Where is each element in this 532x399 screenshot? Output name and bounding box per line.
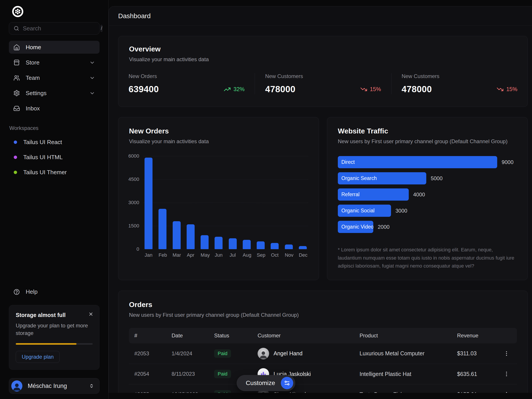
revenue-value: $155.01: [457, 391, 501, 393]
workspace-item-tailus-ui-themer[interactable]: Tailus UI Themer: [9, 166, 100, 179]
customize-button[interactable]: Customize: [237, 375, 295, 391]
y-tick-label: 1500: [128, 223, 139, 229]
orders-table-body: #20531/4/2024PaidAngel HandLuxurious Met…: [129, 343, 517, 393]
x-tick-label: Apr: [187, 252, 195, 258]
traffic-row-direct: Direct9000: [338, 156, 517, 168]
x-tick-label: Sep: [257, 252, 265, 258]
bar-jun: [215, 237, 222, 249]
workspace-dot-icon: [14, 156, 17, 159]
workspace-label: Tailus UI Themer: [23, 169, 67, 176]
row-menu-button[interactable]: [501, 348, 512, 359]
column-header-date: Date: [171, 332, 214, 339]
search-icon: [13, 25, 19, 31]
chevron-down-icon: [89, 90, 95, 96]
chevron-down-icon: [89, 75, 95, 81]
storage-progress-fill: [16, 343, 76, 345]
stat-label: New Orders: [129, 73, 245, 79]
sidebar-item-inbox[interactable]: Inbox: [9, 102, 100, 115]
traffic-bar-label: Direct: [341, 159, 355, 165]
traffic-bar-value: 5000: [431, 175, 443, 182]
y-tick-label: 6000: [128, 153, 139, 159]
column-header-customer: Customer: [258, 332, 360, 339]
column-header-product: Product: [360, 332, 457, 339]
traffic-bar: Organic Search: [338, 172, 426, 184]
order-date: 8/11/2023: [171, 371, 214, 377]
sidebar-item-home[interactable]: Home: [9, 41, 100, 54]
y-tick-label: 0: [137, 246, 139, 252]
sidebar-nav: HomeStoreTeamSettingsInbox: [9, 41, 100, 115]
orders-table-header: #DateStatusCustomerProductRevenue: [129, 328, 517, 343]
product-name: Tasty Bronze Fish: [360, 391, 457, 393]
sidebar-item-label: Home: [26, 44, 41, 51]
traffic-bar-label: Organic Social: [341, 208, 375, 214]
search-input[interactable]: [23, 25, 97, 32]
workspace-item-tailus-ui-html[interactable]: Tailus UI HTML: [9, 151, 100, 164]
bar-may: [201, 235, 209, 249]
storage-progress-bar: [16, 343, 93, 345]
revenue-value: $635.61: [457, 371, 501, 377]
gear-icon: [13, 90, 20, 96]
trend-down-icon: [360, 86, 367, 93]
stat-new-customers: New Customers47800015%: [391, 73, 528, 94]
overview-subtitle: Visualize your main activities data: [129, 56, 517, 63]
bar-jan: [145, 158, 152, 249]
order-date: 12/25/2023: [171, 391, 214, 393]
traffic-bar-value: 9000: [502, 159, 513, 165]
sidebar-item-label: Store: [26, 59, 39, 66]
workspace-label: Tailus UI HTML: [23, 154, 63, 161]
sidebar-item-team[interactable]: Team: [9, 71, 100, 84]
bar-mar: [173, 221, 181, 249]
traffic-bar: Organic Video: [338, 221, 373, 233]
gridline: [143, 249, 308, 249]
sidebar-item-settings[interactable]: Settings: [9, 87, 100, 100]
traffic-bar: Direct: [338, 156, 497, 168]
traffic-row-referral: Referral4000: [338, 188, 517, 201]
new-orders-subtitle: Visualize your main activities data: [129, 138, 308, 145]
orders-title: Orders: [129, 301, 517, 309]
page-title: Dashboard: [118, 12, 151, 20]
row-menu-button[interactable]: [501, 389, 512, 393]
sidebar-item-label: Team: [26, 75, 40, 81]
storage-alert-card: Storage almost full Upgrade your plan to…: [9, 305, 100, 370]
workspace-item-tailus-ui-react[interactable]: Tailus UI React: [9, 136, 100, 149]
status-badge: Paid: [214, 370, 231, 378]
workspaces-label: Workspaces: [9, 125, 100, 131]
table-row: #205512/25/2023PaidShem NitzscheTasty Br…: [129, 384, 517, 393]
user-avatar: [11, 380, 22, 392]
traffic-footnote: * Lorem ipsum dolor sit amet consectetur…: [338, 246, 517, 270]
search-box[interactable]: /: [9, 22, 100, 35]
x-tick-label: Oct: [271, 252, 279, 258]
order-date: 1/4/2024: [171, 350, 214, 357]
users-icon: [13, 75, 20, 81]
user-account-switcher[interactable]: Méschac Irung: [9, 378, 100, 394]
close-icon[interactable]: [88, 311, 94, 317]
x-tick-label: Jun: [215, 252, 222, 258]
sidebar: / HomeStoreTeamSettingsInbox Workspaces …: [0, 0, 109, 399]
trend-value: 15%: [370, 86, 381, 92]
website-traffic-card: Website Traffic New users by First user …: [327, 117, 528, 280]
traffic-bar-value: 4000: [413, 191, 425, 198]
more-vertical-icon: [503, 350, 510, 357]
stat-label: New Customers: [265, 73, 381, 79]
chevrons-up-down-icon: [89, 383, 95, 389]
status-badge: Paid: [214, 349, 231, 358]
help-label: Help: [26, 288, 38, 295]
bar-feb: [158, 209, 166, 249]
stat-value: 478000: [402, 84, 432, 94]
help-circle-icon: [13, 289, 20, 295]
row-menu-button[interactable]: [501, 369, 512, 379]
overview-title: Overview: [129, 45, 517, 53]
x-tick-label: May: [201, 252, 209, 258]
dashboard-content: Overview Visualize your main activities …: [109, 26, 532, 393]
upgrade-plan-button[interactable]: Upgrade plan: [16, 351, 60, 363]
x-axis: JanFebMarAprMayJunJulAugSepOctNovDec: [143, 252, 308, 258]
search-shortcut-key: /: [101, 25, 102, 32]
new-orders-title: New Orders: [129, 127, 308, 135]
bar-dec: [299, 246, 307, 249]
traffic-bar-label: Organic Search: [341, 175, 377, 181]
traffic-bar-label: Organic Video: [341, 224, 373, 230]
sidebar-item-store[interactable]: Store: [9, 56, 100, 69]
bar-jul: [229, 238, 237, 249]
sidebar-item-help[interactable]: Help: [9, 285, 100, 298]
x-tick-label: Mar: [173, 252, 181, 258]
